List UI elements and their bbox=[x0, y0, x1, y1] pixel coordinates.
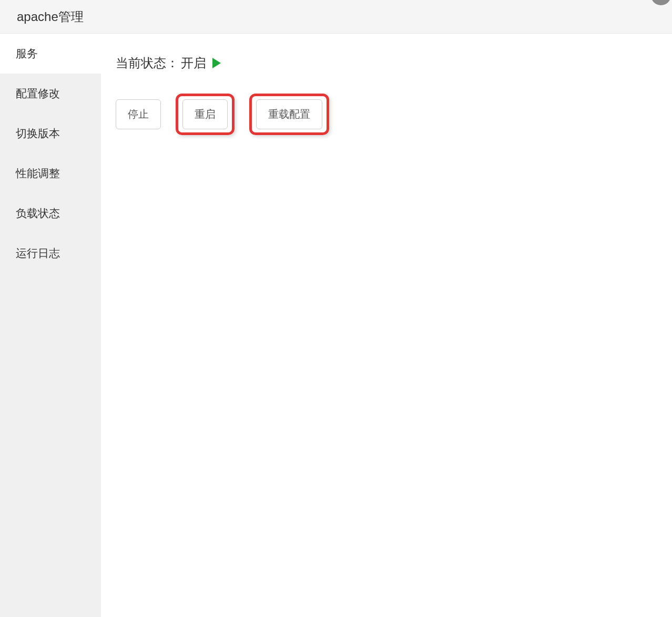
sidebar-item-label: 切换版本 bbox=[16, 127, 60, 139]
status-line: 当前状态： 开启 bbox=[116, 55, 657, 71]
sidebar-item-label: 负载状态 bbox=[16, 207, 60, 219]
play-icon bbox=[212, 58, 221, 68]
reload-config-button[interactable]: 重载配置 bbox=[256, 99, 322, 129]
main-content: 当前状态： 开启 停止 重启 重载配置 bbox=[101, 34, 672, 617]
button-row: 停止 重启 重载配置 bbox=[116, 94, 657, 135]
sidebar-item-version[interactable]: 切换版本 bbox=[0, 114, 101, 153]
restart-button[interactable]: 重启 bbox=[182, 99, 228, 129]
sidebar-item-label: 运行日志 bbox=[16, 247, 60, 259]
sidebar-item-load[interactable]: 负载状态 bbox=[0, 193, 101, 233]
sidebar-item-service[interactable]: 服务 bbox=[0, 34, 101, 74]
sidebar-item-label: 性能调整 bbox=[16, 167, 60, 179]
status-label: 当前状态： bbox=[116, 55, 179, 71]
container: 服务 配置修改 切换版本 性能调整 负载状态 运行日志 当前状态： 开启 停止 … bbox=[0, 34, 672, 617]
header: apache管理 bbox=[0, 0, 672, 34]
stop-button[interactable]: 停止 bbox=[116, 99, 161, 129]
sidebar-item-logs[interactable]: 运行日志 bbox=[0, 233, 101, 273]
sidebar-item-config[interactable]: 配置修改 bbox=[0, 74, 101, 114]
sidebar-item-label: 服务 bbox=[16, 47, 38, 59]
highlight-reload: 重载配置 bbox=[249, 94, 329, 135]
sidebar-item-performance[interactable]: 性能调整 bbox=[0, 153, 101, 193]
highlight-restart: 重启 bbox=[176, 94, 235, 135]
sidebar-item-label: 配置修改 bbox=[16, 87, 60, 99]
page-title: apache管理 bbox=[17, 8, 84, 25]
sidebar: 服务 配置修改 切换版本 性能调整 负载状态 运行日志 bbox=[0, 34, 101, 617]
status-value: 开启 bbox=[181, 55, 206, 71]
